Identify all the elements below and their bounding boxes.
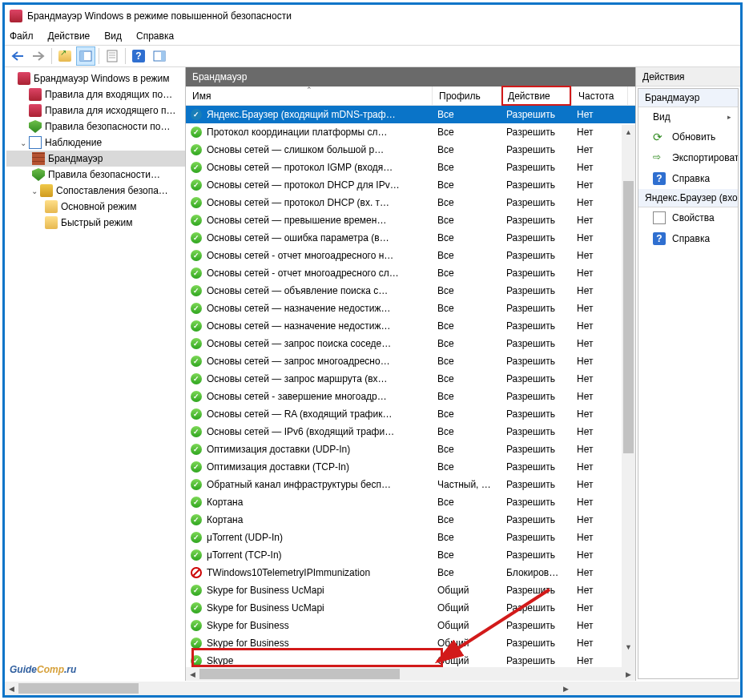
rule-action: Разрешить: [501, 391, 572, 402]
column-headers: ⌃Имя Профиль Действие Частота: [186, 86, 635, 106]
scroll-left-icon[interactable]: ◀: [5, 682, 18, 695]
rule-action: Разрешить: [501, 250, 572, 261]
rule-name: Основы сетей — протокол IGMP (входя…: [207, 162, 393, 173]
scroll-thumb[interactable]: [623, 181, 634, 453]
col-profile[interactable]: Профиль: [433, 86, 501, 105]
allow-icon: [191, 514, 202, 525]
rule-row[interactable]: Обратный канал инфраструктуры бесп…Частн…: [186, 476, 635, 493]
rule-row[interactable]: Основы сетей — запрос поиска соседе…ВсеР…: [186, 335, 635, 352]
menu-view[interactable]: Вид: [104, 30, 122, 42]
tree-quick-mode[interactable]: Быстрый режим: [6, 215, 185, 231]
properties-button[interactable]: [103, 46, 122, 66]
rule-row[interactable]: Skype for Business UcMapiОбщийРазрешитьН…: [186, 599, 635, 617]
rule-action: Блокиров…: [501, 567, 572, 578]
rule-row[interactable]: Основы сетей — IPv6 (входящий трафи…ВсеР…: [186, 423, 635, 441]
col-action[interactable]: Действие: [501, 86, 572, 105]
rule-freq: Нет: [572, 514, 628, 525]
scroll-up-icon[interactable]: ▲: [622, 125, 635, 139]
rule-row[interactable]: TWindows10TelemetryIPImmunizationВсеБлок…: [186, 564, 635, 581]
rule-row[interactable]: Основы сетей — превышение времен…ВсеРазр…: [186, 211, 635, 229]
rule-name: μTorrent (TCP-In): [207, 549, 282, 561]
col-name[interactable]: ⌃Имя: [186, 86, 433, 105]
rule-row[interactable]: μTorrent (TCP-In)ВсеРазрешитьНет: [186, 546, 635, 564]
rule-row[interactable]: КортанаВсеРазрешитьНет: [186, 511, 635, 529]
scroll-left-icon[interactable]: ◀: [186, 667, 199, 681]
tree-monitoring[interactable]: ⌄Наблюдение: [6, 135, 185, 151]
vertical-scrollbar[interactable]: ▲ ▼: [622, 125, 635, 667]
rule-row[interactable]: Яндекс.Браузер (входящий mDNS-траф…ВсеРа…: [186, 106, 635, 123]
up-folder-button[interactable]: ↗: [55, 46, 74, 66]
action-export[interactable]: ⇨Экспортироват: [638, 147, 738, 168]
collapse-icon[interactable]: ⌄: [18, 139, 29, 147]
tree-connection-security[interactable]: Правила безопасности по…: [6, 119, 185, 135]
rule-row[interactable]: Основы сетей — назначение недостиж…ВсеРа…: [186, 300, 635, 317]
rule-name: Основы сетей — объявление поиска с…: [207, 285, 388, 296]
rule-row[interactable]: Протокол координации платформы сл…ВсеРаз…: [186, 123, 635, 141]
rule-row[interactable]: Основы сетей — протокол DHCP (вх. т…ВсеР…: [186, 194, 635, 211]
action-help[interactable]: ?Справка: [638, 168, 738, 189]
action-help-selected[interactable]: ?Справка: [638, 228, 738, 249]
scroll-thumb[interactable]: [199, 669, 400, 679]
rule-name: Кортана: [207, 497, 243, 508]
menu-help[interactable]: Справка: [136, 30, 174, 42]
rule-row[interactable]: Основы сетей — RA (входящий трафик…ВсеРа…: [186, 405, 635, 423]
highlight-box: [501, 86, 571, 106]
tree-consec-rules[interactable]: Правила безопасности…: [6, 167, 185, 183]
rule-action: Разрешить: [501, 127, 572, 138]
show-hide-tree-button[interactable]: [76, 46, 95, 66]
rule-row[interactable]: Основы сетей — протокол DHCP для IPv…Все…: [186, 176, 635, 194]
scroll-down-icon[interactable]: ▼: [622, 640, 635, 654]
tree-security-assoc[interactable]: ⌄Сопоставления безопа…: [6, 183, 185, 199]
rule-row[interactable]: Основы сетей - отчет многоадресного сл…В…: [186, 264, 635, 282]
scroll-right-icon[interactable]: ▶: [622, 667, 635, 681]
rule-row[interactable]: Основы сетей — объявление поиска с…ВсеРа…: [186, 282, 635, 300]
tree-outbound-rules[interactable]: Правила для исходящего п…: [6, 103, 185, 119]
allow-icon: [191, 127, 202, 138]
rule-action: Разрешить: [501, 144, 572, 155]
rule-row[interactable]: μTorrent (UDP-In)ВсеРазрешитьНет: [186, 529, 635, 546]
rule-profile: Все: [433, 514, 501, 525]
rule-row[interactable]: Основы сетей — протокол IGMP (входя…ВсеР…: [186, 159, 635, 176]
rule-row[interactable]: Skype for Business UcMapiОбщийРазрешитьН…: [186, 581, 635, 599]
rule-row[interactable]: Основы сетей — назначение недостиж…ВсеРа…: [186, 317, 635, 335]
rule-row[interactable]: Основы сетей — запрос многоадресно…ВсеРа…: [186, 352, 635, 370]
rule-name: Основы сетей — превышение времен…: [207, 215, 386, 226]
rule-row[interactable]: Основы сетей - отчет многоадресного н…Вс…: [186, 247, 635, 264]
rule-row[interactable]: Оптимизация доставки (TCP-In)ВсеРазрешит…: [186, 458, 635, 476]
horizontal-scrollbar[interactable]: ◀ ▶: [186, 667, 635, 681]
rule-row[interactable]: Skype for BusinessОбщийРазрешитьНет: [186, 617, 635, 634]
show-hide-actions-button[interactable]: [150, 46, 169, 66]
tree-root[interactable]: Брандмауэр Windows в режим: [6, 70, 185, 86]
allow-icon: [191, 479, 202, 490]
scroll-right-icon[interactable]: ▶: [559, 682, 573, 695]
nav-forward-button[interactable]: [29, 46, 48, 66]
collapse-icon[interactable]: ⌄: [29, 187, 40, 195]
scroll-thumb[interactable]: [18, 683, 139, 694]
rule-row[interactable]: Оптимизация доставки (UDP-In)ВсеРазрешит…: [186, 441, 635, 458]
rule-row[interactable]: Основы сетей — ошибка параметра (в…ВсеРа…: [186, 229, 635, 247]
menu-action[interactable]: Действие: [48, 30, 91, 42]
action-refresh[interactable]: ⟳Обновить: [638, 127, 738, 147]
rule-freq: Нет: [572, 338, 628, 349]
rule-row[interactable]: SkypeОбщийРазрешитьНет: [186, 652, 635, 667]
tree-main-mode[interactable]: Основной режим: [6, 199, 185, 215]
menu-file[interactable]: Файл: [10, 30, 34, 42]
rule-profile: Общий: [433, 638, 501, 649]
toolbar: ↗ ?: [5, 45, 740, 67]
action-properties[interactable]: Свойства: [638, 207, 738, 228]
monitor-icon: [29, 136, 42, 149]
rule-row[interactable]: Основы сетей - завершение многоадр…ВсеРа…: [186, 388, 635, 405]
rule-row[interactable]: Основы сетей — слишком большой р…ВсеРазр…: [186, 141, 635, 159]
nav-back-button[interactable]: [8, 46, 27, 66]
tree-firewall[interactable]: Брандмауэр: [6, 151, 185, 167]
rule-name: Основы сетей — RA (входящий трафик…: [207, 408, 392, 420]
tree-inbound-rules[interactable]: Правила для входящих по…: [6, 86, 185, 103]
col-frequency[interactable]: Частота: [572, 86, 628, 105]
rule-row[interactable]: Основы сетей — запрос маршрута (вх…ВсеРа…: [186, 370, 635, 388]
tree-horizontal-scrollbar[interactable]: ◀ ▶: [5, 682, 740, 695]
rule-row[interactable]: КортанаВсеРазрешитьНет: [186, 493, 635, 511]
rule-freq: Нет: [572, 250, 628, 261]
rule-row[interactable]: Skype for BusinessОбщийРазрешитьНет: [186, 634, 635, 652]
action-view[interactable]: Вид▸: [638, 107, 738, 127]
help-button[interactable]: ?: [129, 46, 148, 66]
